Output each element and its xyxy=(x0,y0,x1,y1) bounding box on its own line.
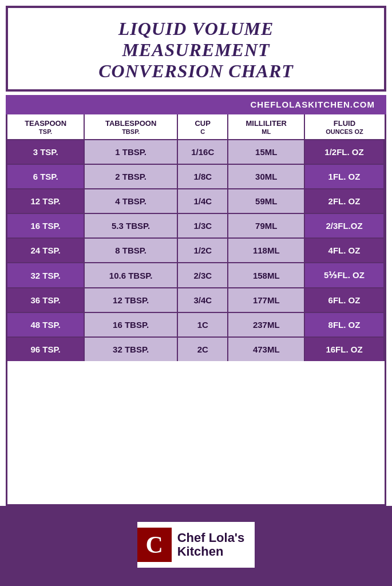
cell-ml: 118ML xyxy=(228,238,304,263)
cell-cup: 3/4C xyxy=(177,288,228,312)
logo-kitchen-text: Kitchen xyxy=(177,545,245,559)
logo-container: C Chef Lola's Kitchen xyxy=(137,522,255,568)
cell-tsp: 6 TSP. xyxy=(7,164,84,189)
logo-c-letter: C xyxy=(145,533,163,557)
logo-text: Chef Lola's Kitchen xyxy=(177,531,245,559)
table-row: 48 TSP.16 TBSP.1C237ML8FL. OZ xyxy=(7,312,384,337)
col-header-oz: FLUID OUNCES OZ xyxy=(304,114,384,140)
column-header-row: TEASPOON Tsp. TABLESPOON Tbsp. CUP C MIL… xyxy=(7,114,384,140)
table-row: 36 TSP.12 TBSP.3/4C177ML6FL. OZ xyxy=(7,288,384,312)
cell-cup: 2/3C xyxy=(177,263,228,288)
col-header-tsp: TEASPOON Tsp. xyxy=(7,114,84,140)
cell-oz: 2/3FL.OZ xyxy=(304,213,384,238)
cell-tsp: 96 TSP. xyxy=(7,337,84,361)
cell-ml: 237ML xyxy=(228,312,304,337)
cell-cup: 1/4C xyxy=(177,189,228,213)
logo-c-box: C xyxy=(137,528,172,562)
cell-tbsp: 1 TBSP. xyxy=(84,140,177,164)
cell-cup: 2C xyxy=(177,337,228,361)
cell-tbsp: 8 TBSP. xyxy=(84,238,177,263)
cell-tsp: 16 TSP. xyxy=(7,213,84,238)
cell-oz: 6FL. OZ xyxy=(304,288,384,312)
col-header-tbsp: TABLESPOON Tbsp. xyxy=(84,114,177,140)
cell-oz: 5⅓FL. OZ xyxy=(304,263,384,288)
cell-oz: 8FL. OZ xyxy=(304,312,384,337)
main-title: Liquid Volume Measurement Conversion Cha… xyxy=(19,18,373,81)
table-row: 12 TSP.4 TBSP.1/4C59ML2FL. OZ xyxy=(7,189,384,213)
table-row: 6 TSP.2 TBSP.1/8C30ML1FL. OZ xyxy=(7,164,384,189)
table-row: 16 TSP.5.3 TBSP.1/3C79ML2/3FL.OZ xyxy=(7,213,384,238)
cell-oz: 1FL. OZ xyxy=(304,164,384,189)
conversion-table: TEASPOON Tsp. TABLESPOON Tbsp. CUP C MIL… xyxy=(7,114,385,361)
cell-tbsp: 4 TBSP. xyxy=(84,189,177,213)
cell-ml: 30ML xyxy=(228,164,304,189)
cell-tbsp: 16 TBSP. xyxy=(84,312,177,337)
cell-tsp: 24 TSP. xyxy=(7,238,84,263)
cell-oz: 2FL. OZ xyxy=(304,189,384,213)
cell-cup: 1C xyxy=(177,312,228,337)
cell-tbsp: 12 TBSP. xyxy=(84,288,177,312)
cell-ml: 158ML xyxy=(228,263,304,288)
table-container: TEASPOON Tsp. TABLESPOON Tbsp. CUP C MIL… xyxy=(6,114,386,506)
cell-tsp: 3 TSP. xyxy=(7,140,84,164)
website-text: CHEFLOLASKITCHEN.COM xyxy=(251,100,375,109)
cell-ml: 177ML xyxy=(228,288,304,312)
footer-section: C Chef Lola's Kitchen xyxy=(0,506,392,586)
table-row: 3 TSP.1 TBSP.1/16C15ML1/2FL. OZ xyxy=(7,140,384,164)
cell-cup: 1/3C xyxy=(177,213,228,238)
cell-tbsp: 2 TBSP. xyxy=(84,164,177,189)
cell-oz: 4FL. OZ xyxy=(304,238,384,263)
table-row: 32 TSP.10.6 TBSP.2/3C158ML5⅓FL. OZ xyxy=(7,263,384,288)
cell-tsp: 12 TSP. xyxy=(7,189,84,213)
website-bar: CHEFLOLASKITCHEN.COM xyxy=(6,95,386,114)
cell-tbsp: 5.3 TBSP. xyxy=(84,213,177,238)
col-header-ml: MILLILITER ml xyxy=(228,114,304,140)
cell-oz: 1/2FL. OZ xyxy=(304,140,384,164)
cell-tsp: 48 TSP. xyxy=(7,312,84,337)
cell-ml: 59ML xyxy=(228,189,304,213)
cell-ml: 79ML xyxy=(228,213,304,238)
cell-cup: 1/2C xyxy=(177,238,228,263)
cell-tsp: 32 TSP. xyxy=(7,263,84,288)
table-row: 96 TSP.32 TBSP.2C473ML16FL. OZ xyxy=(7,337,384,361)
cell-tsp: 36 TSP. xyxy=(7,288,84,312)
cell-tbsp: 32 TBSP. xyxy=(84,337,177,361)
col-header-cup: CUP C xyxy=(177,114,228,140)
cell-tbsp: 10.6 TBSP. xyxy=(84,263,177,288)
header-section: Liquid Volume Measurement Conversion Cha… xyxy=(6,6,386,92)
cell-ml: 473ML xyxy=(228,337,304,361)
table-row: 24 TSP.8 TBSP.1/2C118ML4FL. OZ xyxy=(7,238,384,263)
cell-ml: 15ML xyxy=(228,140,304,164)
cell-oz: 16FL. OZ xyxy=(304,337,384,361)
logo-chef-text: Chef Lola's xyxy=(177,531,245,545)
cell-cup: 1/8C xyxy=(177,164,228,189)
cell-cup: 1/16C xyxy=(177,140,228,164)
